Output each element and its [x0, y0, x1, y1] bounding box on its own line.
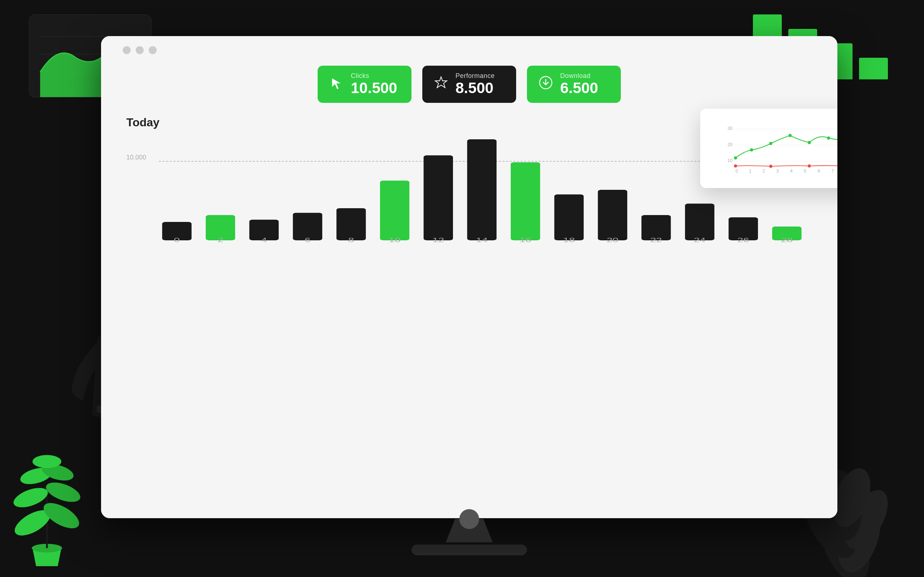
window-dot-1	[123, 46, 131, 54]
chart-area: Today 10.000 0246810121416182022242628	[123, 116, 816, 255]
download-text: Download 6.500	[560, 72, 598, 96]
svg-point-83	[769, 165, 772, 168]
download-label: Download	[560, 72, 598, 80]
stat-card-clicks: Clicks 10.500	[318, 66, 411, 103]
stat-card-download: Download 6.500	[527, 66, 621, 103]
svg-point-82	[734, 164, 737, 168]
svg-text:1: 1	[749, 169, 751, 174]
stat-card-performance: Performance 8.500	[422, 66, 516, 103]
svg-text:26: 26	[737, 237, 749, 243]
svg-text:28: 28	[781, 237, 793, 243]
svg-point-77	[769, 142, 772, 145]
svg-text:4: 4	[261, 237, 267, 243]
svg-point-76	[750, 148, 753, 152]
svg-point-75	[734, 156, 737, 160]
svg-text:0: 0	[174, 237, 180, 243]
performance-text: Performance 8.500	[455, 72, 495, 96]
svg-text:6: 6	[818, 169, 820, 174]
clicks-icon	[329, 76, 343, 93]
monitor-power-button	[460, 509, 479, 529]
svg-text:3: 3	[776, 169, 779, 174]
window-chrome	[123, 45, 816, 54]
svg-point-20	[18, 465, 53, 487]
svg-rect-34	[293, 213, 322, 240]
window-dot-2	[136, 46, 144, 54]
svg-point-78	[788, 134, 792, 137]
mini-chart-svg: 30 20 10 0 1 2 3 4 5 6 7	[709, 119, 837, 177]
stat-cards: Clicks 10.500 Performance 8.500 Download…	[123, 66, 816, 103]
svg-rect-37	[424, 156, 453, 240]
svg-rect-38	[467, 139, 496, 240]
svg-text:20: 20	[728, 142, 733, 147]
svg-point-84	[808, 164, 811, 168]
svg-text:20: 20	[607, 237, 619, 243]
clicks-value: 10.500	[351, 80, 397, 96]
svg-text:5: 5	[804, 169, 806, 174]
svg-text:8: 8	[348, 237, 354, 243]
svg-point-19	[43, 479, 83, 506]
svg-text:16: 16	[519, 237, 531, 243]
monitor-base	[411, 545, 527, 555]
svg-text:2: 2	[762, 169, 765, 174]
svg-text:7: 7	[832, 169, 834, 174]
svg-text:18: 18	[563, 237, 575, 243]
svg-rect-40	[555, 195, 584, 240]
svg-point-16	[11, 505, 54, 540]
monitor-screen: Clicks 10.500 Performance 8.500 Download…	[101, 36, 837, 518]
svg-point-80	[827, 136, 830, 140]
svg-point-26	[836, 483, 895, 556]
svg-point-21	[40, 461, 75, 484]
svg-point-17	[40, 498, 83, 533]
window-dot-3	[149, 46, 156, 54]
svg-rect-39	[511, 163, 540, 240]
svg-rect-41	[598, 190, 627, 240]
mini-line-chart-card: 30 20 10 0 1 2 3 4 5 6 7	[700, 109, 837, 188]
svg-text:0: 0	[735, 169, 738, 174]
monitor-inner: Clicks 10.500 Performance 8.500 Download…	[101, 36, 837, 518]
svg-text:14: 14	[476, 237, 488, 243]
download-icon	[539, 76, 553, 93]
svg-point-22	[32, 455, 61, 468]
clicks-text: Clicks 10.500	[351, 72, 397, 96]
clicks-label: Clicks	[351, 72, 397, 80]
svg-point-24	[829, 490, 888, 577]
performance-icon	[434, 76, 448, 93]
svg-point-79	[808, 141, 811, 144]
svg-text:10: 10	[728, 158, 733, 163]
chart-y-label: 10.000	[126, 154, 146, 161]
svg-text:22: 22	[650, 237, 662, 243]
svg-text:6: 6	[305, 237, 310, 243]
svg-rect-35	[336, 208, 366, 240]
svg-text:2: 2	[217, 237, 223, 243]
download-value: 6.500	[560, 80, 598, 96]
svg-text:30: 30	[728, 126, 733, 131]
performance-value: 8.500	[455, 80, 495, 96]
svg-text:24: 24	[694, 237, 706, 243]
plant-left	[11, 422, 83, 566]
svg-point-18	[11, 484, 50, 511]
svg-text:12: 12	[432, 237, 444, 243]
svg-rect-36	[380, 181, 409, 240]
svg-text:4: 4	[790, 169, 793, 174]
svg-point-14	[32, 544, 62, 553]
svg-rect-43	[685, 203, 714, 240]
svg-text:10: 10	[389, 237, 401, 243]
performance-label: Performance	[455, 72, 495, 80]
monitor: Clicks 10.500 Performance 8.500 Download…	[101, 36, 837, 555]
